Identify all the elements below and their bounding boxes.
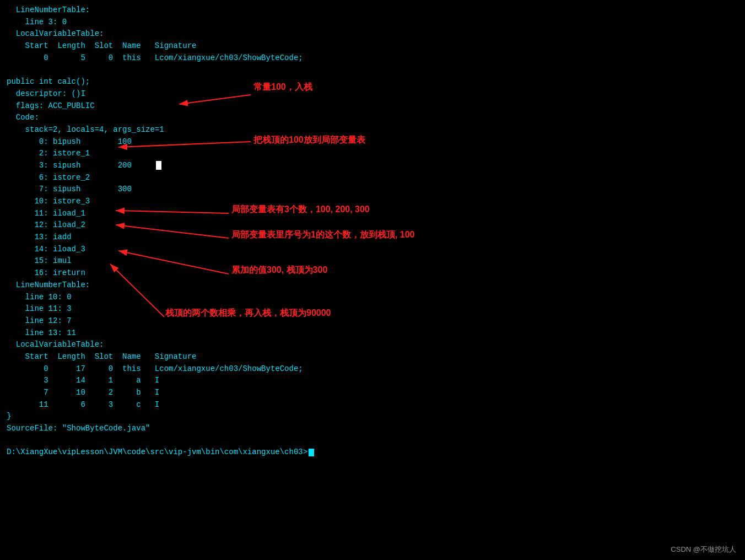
line-6 (7, 64, 738, 76)
line-7: public int calc(); (7, 76, 738, 88)
line-31: 0 17 0 this Lcom/xiangxue/ch03/ShowByteC… (7, 363, 738, 375)
terminal: LineNumberTable: line 3: 0 LocalVariable… (0, 0, 745, 463)
line-29: LocalVariableTable: (7, 339, 738, 351)
line-34: 11 6 3 c I (7, 399, 738, 411)
line-28: line 13: 11 (7, 327, 738, 340)
line-35: } (7, 411, 738, 423)
line-16: 7: sipush 300 (7, 184, 738, 196)
line-1: LineNumberTable: (7, 4, 738, 17)
line-20: 13: iadd (7, 231, 738, 244)
line-9: flags: ACC_PUBLIC (7, 100, 738, 112)
line-30: Start Length Slot Name Signature (7, 351, 738, 363)
line-21: 14: iload_3 (7, 244, 738, 256)
line-2: line 3: 0 (7, 17, 738, 29)
line-27: line 12: 7 (7, 315, 738, 327)
line-10: Code: (7, 112, 738, 124)
line-13: 2: istore_1 (7, 148, 738, 160)
line-12: 0: bipush 100 (7, 136, 738, 148)
line-25: line 10: 0 (7, 292, 738, 304)
line-37 (7, 435, 738, 447)
line-14: 3: sipush 200 (7, 160, 738, 172)
line-23: 16: ireturn (7, 267, 738, 279)
line-4: Start Length Slot Name Signature (7, 40, 738, 52)
watermark: CSDN @不做挖坑人 (671, 545, 736, 554)
line-24: LineNumberTable: (7, 279, 738, 292)
line-18: 11: iload_1 (7, 208, 738, 220)
line-5: 0 5 0 this Lcom/xiangxue/ch03/ShowByteCo… (7, 52, 738, 64)
line-26: line 11: 3 (7, 303, 738, 315)
line-3: LocalVariableTable: (7, 28, 738, 40)
line-19: 12: iload_2 (7, 219, 738, 231)
line-15: 6: istore_2 (7, 172, 738, 184)
line-17: 10: istore_3 (7, 196, 738, 208)
line-32: 3 14 1 a I (7, 375, 738, 387)
line-38: D:\XiangXue\vipLesson\JVM\code\src\vip-j… (7, 446, 738, 459)
line-8: descriptor: ()I (7, 88, 738, 100)
line-33: 7 10 2 b I (7, 387, 738, 399)
line-22: 15: imul (7, 255, 738, 267)
line-36: SourceFile: "ShowByteCode.java" (7, 423, 738, 435)
line-11: stack=2, locals=4, args_size=1 (7, 124, 738, 136)
code-content: LineNumberTable: line 3: 0 LocalVariable… (7, 4, 738, 459)
